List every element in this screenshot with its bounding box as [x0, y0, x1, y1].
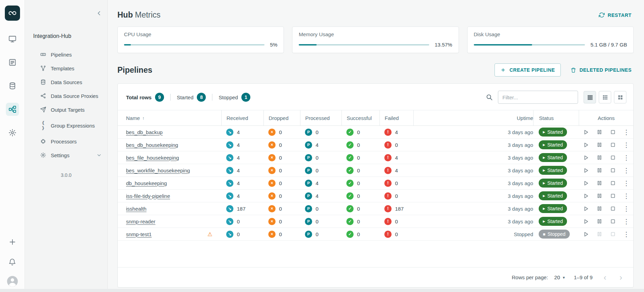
pipeline-name-link[interactable]: bes_workfile_housekeeping — [126, 168, 190, 173]
stop-button[interactable] — [610, 142, 616, 148]
pipeline-name-link[interactable]: snmp-test1 — [126, 231, 152, 237]
stop-button[interactable] — [610, 129, 616, 135]
next-page-button[interactable]: › — [617, 273, 624, 282]
status-badge-icon: ▶ — [543, 220, 545, 223]
list-icon[interactable] — [6, 56, 19, 69]
more-actions-button[interactable]: ⋮ — [623, 142, 630, 148]
dropped-count: 0 — [279, 193, 282, 199]
pipeline-name-link[interactable]: db_housekeeping — [126, 180, 167, 186]
pipeline-name-link[interactable]: iss-file-tidy-pipeline — [126, 193, 170, 199]
play-button[interactable] — [583, 142, 589, 148]
uptime-value: 3 days ago — [481, 151, 533, 164]
page-title-primary: Hub — [117, 10, 133, 19]
more-actions-button[interactable]: ⋮ — [623, 218, 630, 225]
dropped-icon: × — [268, 180, 276, 187]
status-badge-label: Started — [547, 168, 563, 173]
sidebar-item-group-expressions[interactable]: { } Group Expressions — [25, 117, 107, 134]
sidebar-item-data-sources[interactable]: Data Sources — [25, 75, 107, 89]
deleted-pipelines-button[interactable]: DELETED PIPELINES — [568, 64, 634, 77]
sidebar-item-settings[interactable]: Settings — [25, 148, 107, 162]
stop-button[interactable] — [610, 167, 616, 173]
failed-icon: ! — [384, 231, 392, 238]
more-actions-button[interactable]: ⋮ — [623, 180, 630, 187]
pause-button[interactable] — [596, 205, 603, 212]
stop-button[interactable] — [610, 180, 616, 186]
play-button[interactable] — [583, 154, 589, 161]
collapse-sidebar-icon[interactable] — [96, 10, 103, 17]
play-button[interactable] — [583, 193, 589, 199]
gear-icon[interactable] — [6, 126, 19, 139]
sidebar-item-templates[interactable]: Templates — [25, 61, 107, 75]
more-actions-button[interactable]: ⋮ — [623, 167, 630, 174]
stop-button[interactable] — [610, 231, 616, 237]
sidebar-item-label: Processors — [51, 139, 77, 144]
pause-button[interactable] — [596, 193, 603, 199]
app-logo[interactable] — [5, 6, 20, 21]
column-header-successful: Successful — [342, 110, 379, 125]
play-button[interactable] — [583, 231, 589, 238]
stopped-chip[interactable]: Stopped 1 — [219, 93, 250, 102]
successful-count: 0 — [357, 155, 360, 161]
play-button[interactable] — [583, 180, 589, 187]
pause-button[interactable] — [596, 218, 603, 224]
branch-icon — [40, 65, 46, 71]
metric-label: Memory Usage — [299, 31, 452, 37]
restart-button[interactable]: RESTART — [597, 12, 634, 18]
pause-button[interactable] — [596, 142, 603, 148]
pause-button[interactable] — [596, 129, 603, 135]
pipeline-name-link[interactable]: bes_db_backup — [126, 129, 163, 135]
pause-button[interactable] — [596, 154, 603, 161]
pipeline-name-link[interactable]: bes_db_housekeeping — [126, 142, 178, 148]
pause-button[interactable] — [596, 180, 603, 186]
received-icon: ↘ — [226, 218, 233, 225]
stop-button[interactable] — [610, 154, 616, 161]
play-button[interactable] — [583, 218, 589, 225]
more-actions-button[interactable]: ⋮ — [623, 154, 630, 161]
search-icon[interactable] — [486, 93, 493, 101]
medium-grid-view-button[interactable] — [599, 91, 611, 103]
sidebar-item-processors[interactable]: Processors — [25, 134, 107, 148]
more-actions-button[interactable]: ⋮ — [623, 129, 630, 135]
stop-button[interactable] — [610, 205, 616, 212]
dense-grid-view-button[interactable] — [584, 91, 596, 103]
pipelines-flow-icon[interactable] — [6, 103, 19, 116]
more-actions-button[interactable]: ⋮ — [623, 193, 630, 199]
more-actions-button[interactable]: ⋮ — [623, 231, 630, 238]
failed-count: 0 — [395, 142, 398, 148]
bell-icon[interactable] — [6, 255, 19, 269]
started-chip[interactable]: Started 8 — [177, 93, 206, 102]
pipeline-name-link[interactable]: bes_file_housekeeping — [126, 155, 179, 161]
create-pipeline-button[interactable]: CREATE PIPELINE — [494, 63, 561, 77]
processed-count: 0 — [316, 155, 318, 161]
pause-button[interactable] — [596, 167, 603, 173]
play-button[interactable] — [583, 205, 589, 212]
monitor-icon[interactable] — [6, 32, 19, 46]
pause-button[interactable] — [596, 231, 603, 237]
rail-nav — [6, 32, 19, 139]
stop-button[interactable] — [610, 193, 616, 199]
successful-icon: ✓ — [346, 141, 354, 149]
processed-count: 4 — [316, 180, 318, 186]
play-button[interactable] — [583, 129, 589, 135]
status-badge: ▶ Started — [539, 166, 567, 175]
previous-page-button[interactable]: ‹ — [602, 273, 608, 282]
add-icon[interactable] — [6, 235, 19, 249]
uptime-value: 3 days ago — [481, 177, 533, 189]
started-badge: 8 — [197, 93, 206, 102]
sidebar-item-data-source-proxies[interactable]: Data Source Proxies — [25, 89, 107, 103]
filter-input[interactable] — [498, 91, 578, 104]
sidebar: Integration-Hub Pipelines Templates Data… — [25, 0, 108, 292]
sidebar-item-pipelines[interactable]: Pipelines — [25, 48, 107, 61]
pipeline-name-link[interactable]: isshealth — [126, 206, 146, 212]
stop-button[interactable] — [610, 218, 616, 224]
pipeline-name-link[interactable]: snmp-reader — [126, 219, 155, 224]
sidebar-item-label: Templates — [51, 66, 74, 71]
sidebar-item-output-targets[interactable]: Output Targets — [25, 103, 107, 117]
database-icon[interactable] — [6, 79, 19, 92]
more-actions-button[interactable]: ⋮ — [623, 205, 630, 212]
user-avatar[interactable] — [7, 275, 18, 287]
play-button[interactable] — [583, 167, 589, 174]
column-header-name[interactable]: Name ↑ — [118, 110, 221, 125]
rows-per-page-select[interactable]: 20 ▾ — [554, 274, 565, 280]
large-grid-view-button[interactable] — [614, 91, 626, 103]
